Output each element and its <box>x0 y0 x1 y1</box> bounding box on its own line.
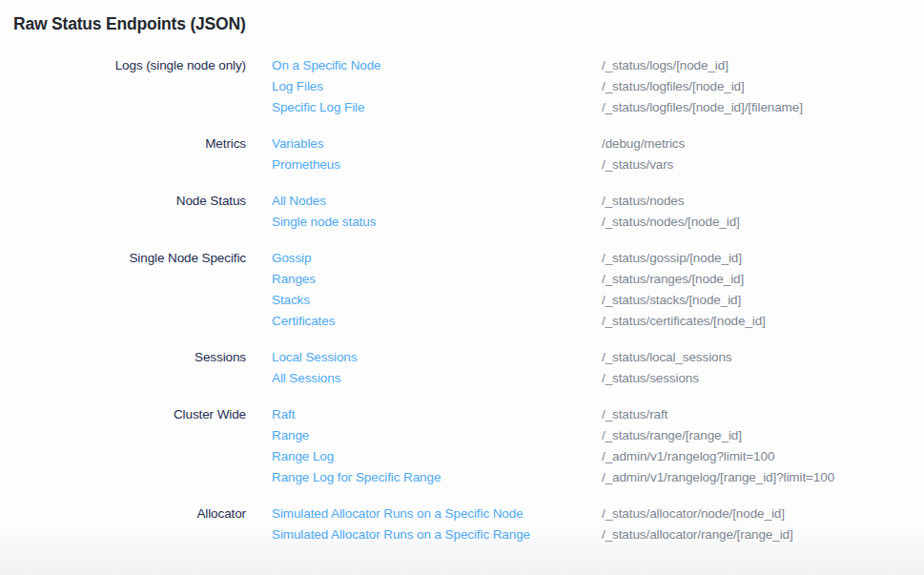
endpoint-category-label: Cluster Wide <box>13 404 246 488</box>
endpoint-path: /_status/nodes <box>602 191 911 212</box>
endpoint-links-column: RaftRangeRange LogRange Log for Specific… <box>246 404 602 488</box>
endpoint-links-column: All NodesSingle node status <box>246 191 602 233</box>
endpoint-path: /_status/sessions <box>602 368 911 389</box>
endpoint-path: /_admin/v1/rangelog?limit=100 <box>602 446 911 467</box>
endpoint-group: Single Node Specific GossipRangesStacksC… <box>13 248 911 332</box>
page-title: Raw Status Endpoints (JSON) <box>13 12 911 35</box>
endpoint-link[interactable]: Specific Log File <box>272 97 364 118</box>
endpoint-category-label: Metrics <box>13 133 246 175</box>
endpoint-link[interactable]: Single node status <box>272 212 376 233</box>
endpoint-link[interactable]: On a Specific Node <box>272 55 381 76</box>
endpoint-category-label: Sessions <box>13 347 246 389</box>
endpoint-path: /_status/stacks/[node_id] <box>602 290 911 311</box>
endpoint-path: /_status/nodes/[node_id] <box>602 212 911 233</box>
endpoint-link[interactable]: Range <box>272 425 309 446</box>
endpoint-paths-column: /_status/logs/[node_id]/_status/logfiles… <box>602 55 911 118</box>
endpoint-category-label: Single Node Specific <box>13 248 246 332</box>
endpoint-link[interactable]: Local Sessions <box>272 347 357 368</box>
endpoint-link[interactable]: Raft <box>272 404 295 425</box>
endpoint-paths-column: /_status/nodes/_status/nodes/[node_id] <box>602 191 911 233</box>
endpoint-link[interactable]: Stacks <box>272 290 310 311</box>
endpoint-path: /_status/logfiles/[node_id]/[filename] <box>602 97 911 118</box>
endpoint-link[interactable]: Ranges <box>272 269 316 290</box>
endpoint-link[interactable]: Gossip <box>272 248 311 269</box>
endpoint-path: /_status/range/[range_id] <box>602 425 911 446</box>
endpoint-path: /_status/vars <box>602 154 911 175</box>
endpoint-path: /_status/allocator/range/[range_id] <box>602 524 911 545</box>
endpoint-links-column: On a Specific NodeLog FilesSpecific Log … <box>246 55 602 118</box>
endpoint-category-label: Node Status <box>13 191 246 233</box>
endpoint-group: Sessions Local SessionsAll Sessions /_st… <box>13 347 911 389</box>
endpoint-link[interactable]: Simulated Allocator Runs on a Specific R… <box>272 524 530 545</box>
debug-page: Raw Status Endpoints (JSON) Logs (single… <box>0 0 924 545</box>
endpoint-group: Metrics VariablesPrometheus /debug/metri… <box>13 133 911 175</box>
endpoint-path: /_admin/v1/rangelog/[range_id]?limit=100 <box>602 467 911 488</box>
endpoint-path: /_status/local_sessions <box>602 347 911 368</box>
endpoint-link[interactable]: Range Log <box>272 446 334 467</box>
endpoint-group: Node Status All NodesSingle node status … <box>13 191 911 233</box>
endpoint-links-column: VariablesPrometheus <box>246 133 602 175</box>
endpoint-link[interactable]: All Sessions <box>272 368 340 389</box>
endpoint-path: /_status/logs/[node_id] <box>602 55 911 76</box>
endpoint-link[interactable]: Prometheus <box>272 154 340 175</box>
endpoint-path: /_status/logfiles/[node_id] <box>602 76 911 97</box>
endpoint-links-column: GossipRangesStacksCertificates <box>246 248 602 332</box>
endpoint-paths-column: /_status/allocator/node/[node_id]/_statu… <box>602 503 911 545</box>
endpoint-path: /debug/metrics <box>602 133 911 154</box>
endpoint-category-label: Allocator <box>13 503 246 545</box>
endpoint-link[interactable]: Variables <box>272 133 323 154</box>
endpoint-link[interactable]: Log Files <box>272 76 323 97</box>
endpoint-path: /_status/certificates/[node_id] <box>602 311 911 332</box>
endpoint-paths-column: /_status/local_sessions/_status/sessions <box>602 347 911 389</box>
endpoint-link[interactable]: Range Log for Specific Range <box>272 467 441 488</box>
endpoint-path: /_status/allocator/node/[node_id] <box>602 503 911 524</box>
endpoint-paths-column: /_status/gossip/[node_id]/_status/ranges… <box>602 248 911 332</box>
endpoint-path: /_status/ranges/[node_id] <box>602 269 911 290</box>
endpoint-category-label: Logs (single node only) <box>13 55 246 118</box>
endpoint-path: /_status/gossip/[node_id] <box>602 248 911 269</box>
endpoint-paths-column: /_status/raft/_status/range/[range_id]/_… <box>602 404 911 488</box>
endpoints-table: Logs (single node only) On a Specific No… <box>13 55 911 545</box>
endpoint-paths-column: /debug/metrics/_status/vars <box>602 133 911 175</box>
endpoint-group: Allocator Simulated Allocator Runs on a … <box>13 503 911 545</box>
endpoint-link[interactable]: All Nodes <box>272 191 326 212</box>
endpoint-links-column: Local SessionsAll Sessions <box>246 347 602 389</box>
endpoint-link[interactable]: Certificates <box>272 311 335 332</box>
endpoint-path: /_status/raft <box>602 404 911 425</box>
endpoint-group: Logs (single node only) On a Specific No… <box>13 55 911 118</box>
endpoint-group: Cluster Wide RaftRangeRange LogRange Log… <box>13 404 911 488</box>
endpoint-link[interactable]: Simulated Allocator Runs on a Specific N… <box>272 503 524 524</box>
endpoint-links-column: Simulated Allocator Runs on a Specific N… <box>246 503 602 545</box>
